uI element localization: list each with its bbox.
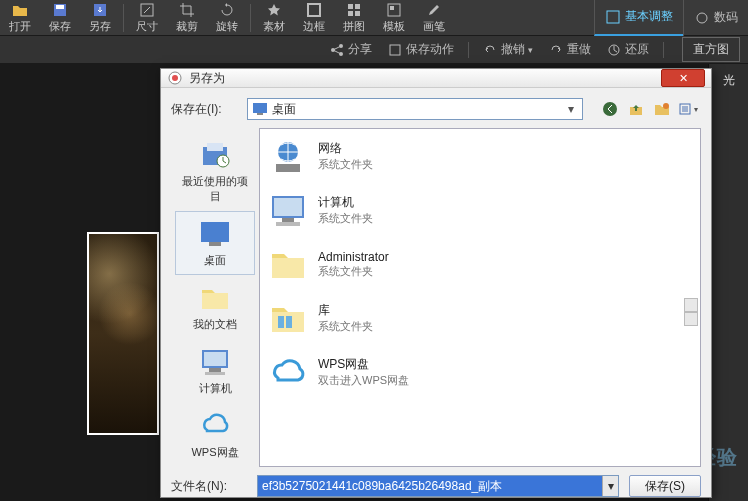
place-recent[interactable]: 最近使用的项目 xyxy=(175,132,255,211)
redo-button[interactable]: 重做 xyxy=(549,41,591,58)
back-button[interactable] xyxy=(600,99,620,119)
tab-basic-label: 基本调整 xyxy=(625,8,673,25)
item-sub: 系统文件夹 xyxy=(318,264,389,279)
svg-point-14 xyxy=(339,44,343,48)
list-item[interactable]: 计算机 系统文件夹 xyxy=(260,183,700,237)
collage-button[interactable]: 拼图 xyxy=(334,0,374,36)
item-sub: 系统文件夹 xyxy=(318,319,373,334)
nav-buttons: ▾ xyxy=(597,99,701,119)
filename-input[interactable]: ef3b5275021441c089ba6425b26498ad_副本 ▾ xyxy=(257,475,619,497)
save-confirm-label: 保存(S) xyxy=(645,478,685,495)
crop-label: 裁剪 xyxy=(176,19,198,34)
list-item[interactable]: 库 系统文件夹 xyxy=(260,291,700,345)
svg-rect-29 xyxy=(209,242,221,246)
tab-basic-adjust[interactable]: 基本调整 xyxy=(594,0,683,36)
restore-button[interactable]: 还原 xyxy=(607,41,649,58)
svg-rect-40 xyxy=(278,316,284,328)
svg-point-19 xyxy=(172,75,178,81)
share-icon xyxy=(330,43,344,57)
list-item[interactable]: 网络 系统文件夹 xyxy=(260,129,700,183)
computer-item-icon xyxy=(268,190,308,230)
svg-point-12 xyxy=(697,13,707,23)
svg-rect-11 xyxy=(607,11,619,23)
rotate-button[interactable]: 旋转 xyxy=(207,0,247,36)
list-item[interactable]: WPS网盘 双击进入WPS网盘 xyxy=(260,345,700,399)
save-as-dialog: 另存为 ✕ 保存在(I): 桌面 ▾ ▾ 最近使用的项目 xyxy=(160,68,712,498)
separator xyxy=(663,42,664,58)
item-sub: 双击进入WPS网盘 xyxy=(318,373,409,388)
close-button[interactable]: ✕ xyxy=(661,69,705,87)
material-label: 素材 xyxy=(263,19,285,34)
library-icon xyxy=(268,298,308,338)
close-icon: ✕ xyxy=(679,72,688,85)
app-icon xyxy=(167,70,183,86)
save-action-label: 保存动作 xyxy=(406,41,454,58)
save-confirm-button[interactable]: 保存(S) xyxy=(629,475,701,497)
place-computer-label: 计算机 xyxy=(199,381,232,396)
dialog-titlebar[interactable]: 另存为 ✕ xyxy=(161,69,711,88)
save-button[interactable]: 保存 xyxy=(40,0,80,36)
place-mydocs[interactable]: 我的文档 xyxy=(175,275,255,339)
rotate-icon xyxy=(219,2,235,18)
redo-icon xyxy=(549,43,563,57)
template-button[interactable]: 模板 xyxy=(374,0,414,36)
svg-rect-28 xyxy=(201,222,229,242)
up-button[interactable] xyxy=(626,99,646,119)
histogram-button[interactable]: 直方图 xyxy=(682,37,740,62)
cloud-icon xyxy=(199,410,231,442)
desktop-place-icon xyxy=(199,218,231,250)
share-button[interactable]: 分享 xyxy=(330,41,372,58)
place-desktop[interactable]: 桌面 xyxy=(175,211,255,275)
toolbar-right: 基本调整 数码 xyxy=(594,0,748,36)
file-list[interactable]: 网络 系统文件夹 计算机 系统文件夹 Administrator 系统文件夹 xyxy=(259,128,701,467)
item-name: 库 xyxy=(318,302,373,319)
dialog-body: 保存在(I): 桌面 ▾ ▾ 最近使用的项目 桌面 xyxy=(161,88,711,501)
list-item[interactable]: Administrator 系统文件夹 xyxy=(260,237,700,291)
border-label: 边框 xyxy=(303,19,325,34)
open-button[interactable]: 打开 xyxy=(0,0,40,36)
brush-icon xyxy=(426,2,442,18)
place-computer[interactable]: 计算机 xyxy=(175,339,255,403)
undo-dropdown-icon[interactable]: ▾ xyxy=(528,45,533,55)
main-toolbar: 打开 保存 另存 尺寸 裁剪 旋转 素材 边框 拼图 模板 画笔 xyxy=(0,0,748,36)
filename-dropdown-icon[interactable]: ▾ xyxy=(602,476,618,496)
view-menu-button[interactable]: ▾ xyxy=(678,99,698,119)
side-panel: 光 xyxy=(708,64,748,501)
bottom-rows: 文件名(N): ef3b5275021441c089ba6425b26498ad… xyxy=(171,473,701,501)
svg-rect-41 xyxy=(286,316,292,328)
svg-point-22 xyxy=(603,102,617,116)
template-label: 模板 xyxy=(383,19,405,34)
crop-button[interactable]: 裁剪 xyxy=(167,0,207,36)
place-wps[interactable]: WPS网盘 xyxy=(175,403,255,467)
svg-rect-31 xyxy=(204,352,226,366)
size-label: 尺寸 xyxy=(136,19,158,34)
saveas-label: 另存 xyxy=(89,19,111,34)
side-panel-label: 光 xyxy=(709,64,748,97)
undo-label: 撤销 xyxy=(501,41,525,58)
star-icon xyxy=(266,2,282,18)
brush-button[interactable]: 画笔 xyxy=(414,0,454,36)
saveas-button[interactable]: 另存 xyxy=(80,0,120,36)
location-dropdown-icon[interactable]: ▾ xyxy=(564,102,578,116)
material-button[interactable]: 素材 xyxy=(254,0,294,36)
new-folder-button[interactable] xyxy=(652,99,672,119)
undo-button[interactable]: 撤销 ▾ xyxy=(483,41,533,58)
scroll-buttons[interactable] xyxy=(684,298,698,326)
location-select[interactable]: 桌面 ▾ xyxy=(247,98,583,120)
border-button[interactable]: 边框 xyxy=(294,0,334,36)
svg-rect-20 xyxy=(253,103,267,113)
redo-label: 重做 xyxy=(567,41,591,58)
place-desktop-label: 桌面 xyxy=(204,253,226,268)
place-recent-label: 最近使用的项目 xyxy=(178,174,252,204)
item-name: 网络 xyxy=(318,140,373,157)
svg-rect-37 xyxy=(274,198,302,216)
size-button[interactable]: 尺寸 xyxy=(127,0,167,36)
image-preview[interactable] xyxy=(87,232,159,435)
histogram-label: 直方图 xyxy=(693,42,729,56)
svg-rect-6 xyxy=(355,4,360,9)
svg-rect-26 xyxy=(207,143,223,151)
tab-digital[interactable]: 数码 xyxy=(683,0,748,36)
svg-rect-1 xyxy=(56,5,64,9)
save-action-button[interactable]: 保存动作 xyxy=(388,41,454,58)
place-wps-label: WPS网盘 xyxy=(191,445,238,460)
